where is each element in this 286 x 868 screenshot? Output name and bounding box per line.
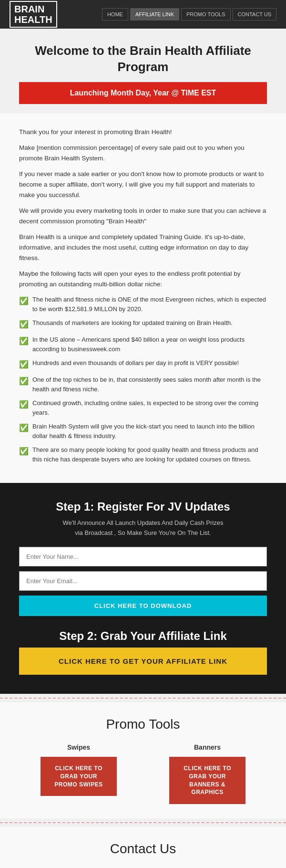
check-icon: ✅ xyxy=(19,422,29,434)
para-2: Make [mention commission percentage] of … xyxy=(19,143,267,163)
nav-contact-us[interactable]: CONTACT US xyxy=(233,8,277,21)
promo-banners-col: Banners CLICK HERE TO GRAB YOUR BANNERS … xyxy=(148,743,267,804)
para-5: Brain Health is a unique and completely … xyxy=(19,232,267,263)
para-4: We will provide you every marketing tool… xyxy=(19,206,267,226)
list-item: ✅There are so many people looking for go… xyxy=(19,445,267,464)
step2-title: Step 2: Grab Your Affiliate Link xyxy=(19,629,267,643)
nav-promo-tools[interactable]: PROMO TOOLS xyxy=(181,8,231,21)
swipes-label: Swipes xyxy=(19,743,138,751)
promo-section: Promo Tools Swipes CLICK HERE TO GRAB YO… xyxy=(0,702,286,818)
banners-button[interactable]: CLICK HERE TO GRAB YOUR BANNERS & GRAPHI… xyxy=(169,757,245,804)
check-icon: ✅ xyxy=(19,446,29,457)
para-3: If you never made a sale earlier or you … xyxy=(19,169,267,200)
check-icon: ✅ xyxy=(19,295,29,307)
list-item: ✅The health and fitness niche is ONE of … xyxy=(19,295,267,314)
banners-label: Banners xyxy=(148,743,267,751)
avatar xyxy=(124,866,162,868)
logo-line1: BRAIN xyxy=(14,4,52,14)
promo-title: Promo Tools xyxy=(19,717,267,732)
checklist: ✅The health and fitness niche is ONE of … xyxy=(19,295,267,464)
promo-swipes-col: Swipes CLICK HERE TO GRAB YOUR PROMO SWI… xyxy=(19,743,138,796)
hero-section: Welcome to the Brain Health Affiliate Pr… xyxy=(0,29,286,114)
step1-desc: We'll Announce All Launch Updates And Da… xyxy=(19,518,267,538)
launch-bar: Launching Month Day, Year @ TIME EST xyxy=(19,82,267,104)
logo: BRAIN HEALTH xyxy=(10,1,57,28)
check-icon: ✅ xyxy=(19,376,29,387)
logo-line2: HEALTH xyxy=(14,14,52,25)
affiliate-link-button[interactable]: CLICK HERE TO GET YOUR AFFILIATE LINK xyxy=(19,648,267,675)
email-input[interactable] xyxy=(19,571,267,591)
divider-2 xyxy=(0,818,286,827)
navbar: BRAIN HEALTH HOME AFFILIATE LINK PROMO T… xyxy=(0,0,286,29)
list-item: ✅Continued growth, including online sale… xyxy=(19,398,267,417)
divider-1 xyxy=(0,694,286,702)
check-icon: ✅ xyxy=(19,319,29,330)
list-item: ✅In the US alone – Americans spend $40 b… xyxy=(19,335,267,354)
dark-section: Step 1: Register For JV Updates We'll An… xyxy=(0,483,286,694)
para-6: Maybe the following facts will open your… xyxy=(19,269,267,289)
promo-grid: Swipes CLICK HERE TO GRAB YOUR PROMO SWI… xyxy=(19,743,267,804)
download-button[interactable]: CLICK HERE TO DOWNLOAD xyxy=(19,596,267,616)
check-icon: ✅ xyxy=(19,335,29,347)
para-1: Thank you for your interest in promoting… xyxy=(19,127,267,137)
contact-section: Contact Us f FACEBOOK S SKYPE ✉ EMAIL xyxy=(0,827,286,868)
check-icon: ✅ xyxy=(19,359,29,370)
list-item: ✅Hundreds and even thousands of dollars … xyxy=(19,358,267,370)
nav-links: HOME AFFILIATE LINK PROMO TOOLS CONTACT … xyxy=(102,8,276,21)
list-item: ✅Brain Health System will give you the k… xyxy=(19,422,267,440)
list-item: ✅One of the top niches to be in, that co… xyxy=(19,375,267,394)
contact-title: Contact Us xyxy=(19,841,267,857)
step1-title: Step 1: Register For JV Updates xyxy=(19,500,267,513)
nav-affiliate-link[interactable]: AFFILIATE LINK xyxy=(130,8,179,21)
nav-home[interactable]: HOME xyxy=(102,8,128,21)
hero-title: Welcome to the Brain Health Affiliate Pr… xyxy=(19,43,267,75)
name-input[interactable] xyxy=(19,547,267,566)
swipes-button[interactable]: CLICK HERE TO GRAB YOUR PROMO SWIPES xyxy=(41,757,117,796)
check-icon: ✅ xyxy=(19,399,29,410)
list-item: ✅Thousands of marketers are looking for … xyxy=(19,318,267,330)
content-section: Thank you for your interest in promoting… xyxy=(0,114,286,483)
